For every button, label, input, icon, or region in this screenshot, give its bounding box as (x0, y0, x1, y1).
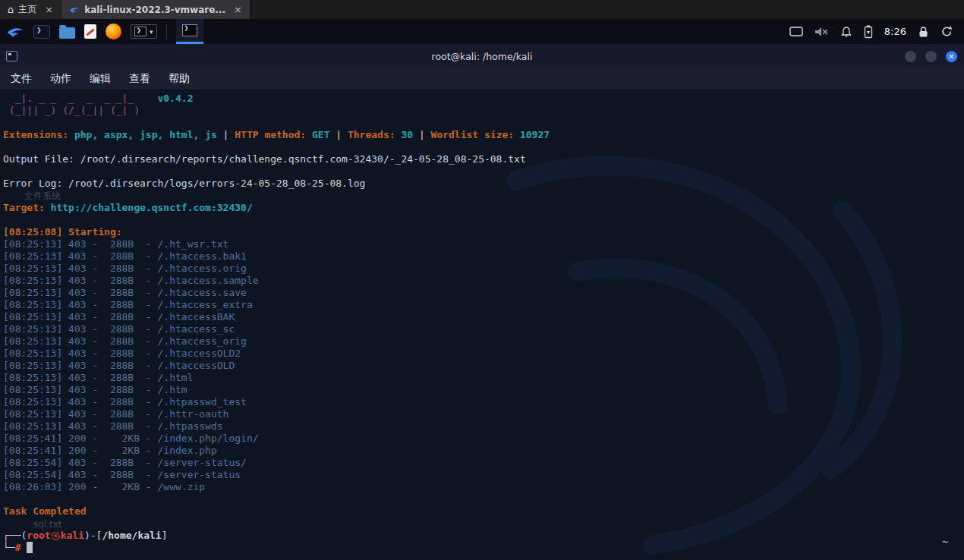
file-manager-icon[interactable] (59, 25, 75, 39)
close-button[interactable]: ✕ (946, 51, 957, 62)
terminal-line (3, 214, 964, 226)
terminal-line: Error Log: /root/.dirsearch/logs/errors-… (3, 178, 964, 190)
terminal-line: [08:25:13] 403 - 288B - /.ht_wsr.txt (3, 238, 964, 250)
menu-edit[interactable]: 编辑 (80, 72, 120, 86)
open-terminal-window-button[interactable] (176, 19, 203, 44)
menu-view[interactable]: 查看 (120, 72, 159, 86)
terminal-titlebar[interactable]: root@kali: /home/kali ✕ (0, 44, 964, 68)
battery-icon[interactable] (864, 25, 873, 39)
terminal-menubar: 文件 动作 编辑 查看 帮助 (0, 68, 964, 90)
terminal-window-icon (182, 24, 197, 36)
terminal-line: Task Completed (3, 505, 964, 518)
window-title: root@kali: /home/kali (0, 51, 964, 62)
session-refresh-icon[interactable] (940, 25, 953, 38)
terminal-app-icon[interactable] (33, 25, 50, 39)
menu-help[interactable]: 帮助 (159, 72, 199, 86)
terminal-line: _|. _ _ _ _ _ _|_ v0.4.2 (3, 93, 964, 105)
text-editor-icon[interactable] (84, 24, 96, 39)
terminal-line: (_||| _) (/_(_|| (_| ) (3, 105, 964, 117)
terminal-line (3, 165, 964, 178)
close-icon[interactable]: × (234, 4, 242, 15)
terminal-line: Target: http://challenge.qsnctf.com:3243… (3, 202, 964, 214)
taskbar: ▾ 8:26 (0, 19, 964, 44)
chevron-down-icon: ▾ (150, 28, 153, 36)
terminal-app-icon (134, 27, 146, 36)
terminal-line: [08:25:13] 403 - 288B - /.htpasswds (3, 420, 964, 433)
terminal-output[interactable]: _|. _ _ _ _ _ _|_ v0.4.2 (_||| _) (/_(_|… (0, 90, 964, 560)
maximize-button[interactable] (925, 51, 937, 62)
menu-actions[interactable]: 动作 (41, 72, 80, 86)
terminal-line (3, 518, 964, 530)
lock-icon[interactable] (918, 26, 929, 38)
firefox-icon[interactable] (106, 24, 121, 39)
terminal-line: [08:25:13] 403 - 288B - /.htaccessOLD2 (3, 348, 964, 360)
terminal-line: [08:25:13] 403 - 288B - /.htaccess.bak1 (3, 250, 964, 263)
terminal-line: [08:25:13] 403 - 288B - /.htaccess.orig (3, 263, 964, 275)
terminal-line: ┌──(root㉿kali)-[/home/kali] (3, 530, 964, 542)
terminal-line: [08:25:13] 403 - 288B - /.htaccess_extra (3, 299, 964, 311)
terminal-line: [08:25:13] 403 - 288B - /.htaccessOLD (3, 360, 964, 372)
vm-tab-kali[interactable]: kali-linux-2022.3-vmware... × (61, 0, 250, 19)
minimize-button[interactable] (905, 51, 916, 62)
terminal-line: [08:25:13] 403 - 288B - /.htaccessBAK (3, 311, 964, 323)
terminal-window: root@kali: /home/kali ✕ 文件 动作 编辑 查看 帮助 _… (0, 44, 964, 560)
terminal-line: [08:25:13] 403 - 288B - /.htaccess.sampl… (3, 275, 964, 287)
terminal-line: Output File: /root/.dirsearch/reports/ch… (3, 153, 964, 165)
vm-tab-kali-label: kali-linux-2022.3-vmware... (84, 5, 225, 15)
terminal-line: [08:25:13] 403 - 288B - /.htpasswd_test (3, 396, 964, 408)
terminal-line: └─# (3, 542, 964, 554)
clock[interactable]: 8:26 (884, 26, 906, 37)
kali-logo-icon (69, 5, 80, 15)
menu-file[interactable]: 文件 (2, 72, 41, 86)
terminal-line: [08:25:41] 200 - 2KB - /index.php/login/ (3, 433, 964, 445)
terminal-line: [08:25:54] 403 - 288B - /server-status (3, 469, 964, 481)
terminal-line: Extensions: php, aspx, jsp, html, js | H… (3, 129, 964, 141)
vm-tab-home[interactable]: ⌂ 主页 × (0, 0, 61, 19)
taskbar-separator (166, 24, 167, 39)
terminal-line: [08:25:54] 403 - 288B - /server-status/ (3, 457, 964, 469)
terminal-select-dropdown[interactable]: ▾ (131, 24, 157, 39)
terminal-line: [08:25:13] 403 - 288B - /.htaccess_orig (3, 335, 964, 348)
terminal-line: [08:25:13] 403 - 288B - /.html (3, 372, 964, 384)
close-icon[interactable]: × (45, 4, 53, 15)
kali-logo-icon[interactable] (6, 24, 24, 40)
terminal-scroll-hint: ~ (942, 536, 948, 548)
terminal-line (3, 117, 964, 129)
terminal-line: [08:25:13] 403 - 288B - /.httr-oauth (3, 408, 964, 420)
vm-tab-bar: ⌂ 主页 × kali-linux-2022.3-vmware... × (0, 0, 964, 19)
home-icon: ⌂ (8, 4, 14, 15)
terminal-line: [08:25:08] Starting: (3, 226, 964, 238)
terminal-line (3, 493, 964, 505)
terminal-line: [08:26:03] 200 - 2KB - /www.zip (3, 481, 964, 493)
terminal-line (3, 141, 964, 153)
terminal-line: [08:25:41] 200 - 2KB - /index.php (3, 445, 964, 457)
terminal-line: [08:25:13] 403 - 288B - /.htaccess.save (3, 287, 964, 299)
terminal-line (3, 190, 964, 202)
audio-muted-icon[interactable] (814, 26, 829, 38)
terminal-line: [08:25:13] 403 - 288B - /.htm (3, 384, 964, 396)
notifications-bell-icon[interactable] (840, 26, 852, 38)
display-icon[interactable] (789, 27, 803, 37)
vm-tab-home-label: 主页 (18, 3, 36, 16)
terminal-line: [08:25:13] 403 - 288B - /.htaccess_sc (3, 323, 964, 335)
